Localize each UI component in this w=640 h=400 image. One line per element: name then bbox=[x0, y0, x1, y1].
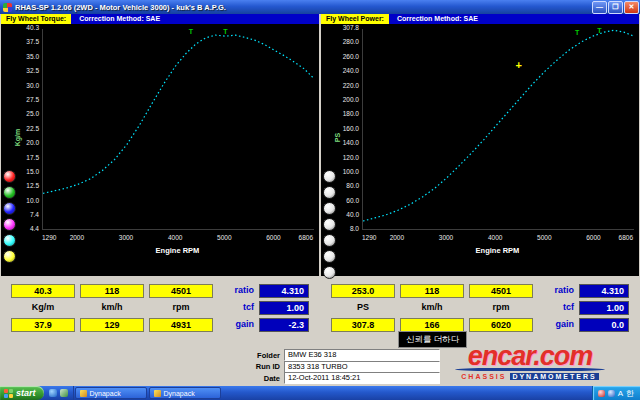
peak-marker-icon: T bbox=[575, 29, 579, 36]
y-tick-label: 220.0 bbox=[343, 83, 359, 90]
date-field[interactable]: 12-Oct-2011 18:45:21 bbox=[284, 372, 440, 384]
y-tick-label: 12.5 bbox=[26, 183, 39, 190]
channel-button[interactable] bbox=[3, 234, 16, 247]
torque-rpm-value: 4501 bbox=[149, 284, 213, 298]
maximize-button-icon[interactable]: ❐ bbox=[608, 1, 623, 14]
power-rpm-value: 4501 bbox=[469, 284, 533, 298]
channel-button[interactable] bbox=[323, 234, 336, 247]
tcf-label: tcf bbox=[218, 301, 254, 315]
power-plot-area[interactable]: TT+ bbox=[362, 29, 634, 230]
y-tick-label: 25.0 bbox=[26, 111, 39, 118]
y-tick-label: 15.0 bbox=[26, 169, 39, 176]
minimize-button-icon[interactable]: — bbox=[592, 1, 607, 14]
tcf-value: 1.00 bbox=[579, 301, 629, 315]
y-tick-label: 240.0 bbox=[343, 68, 359, 75]
x-tick-label: 3000 bbox=[119, 234, 133, 241]
channel-button[interactable] bbox=[323, 250, 336, 263]
power-y-tick-labels: 307.8280.0260.0240.0220.0200.0180.0160.0… bbox=[335, 25, 359, 233]
torque-raw-rpm: 4931 bbox=[149, 318, 213, 332]
y-tick-label: 80.0 bbox=[346, 183, 359, 190]
start-button[interactable]: start bbox=[0, 386, 44, 400]
power-speed-value: 118 bbox=[400, 284, 464, 298]
x-tick-label: 1290 bbox=[362, 234, 376, 241]
y-tick-label: 20.0 bbox=[26, 140, 39, 147]
power-readouts: 253.0 118 4501 ratio 4.310 PS km/h rpm t… bbox=[321, 280, 639, 348]
torque-header-label: Fly Wheel Torque: bbox=[1, 14, 71, 24]
torque-x-tick-labels: 1290200030004000500060006806 bbox=[42, 234, 313, 243]
window-title: RHAS-SP 1.2.06 (2WD - Motor Vehicle 3000… bbox=[15, 3, 592, 12]
y-tick-label: 260.0 bbox=[343, 54, 359, 61]
channel-button[interactable] bbox=[323, 266, 336, 279]
internet-explorer-icon[interactable] bbox=[49, 389, 57, 397]
power-correction-label: Correction Method: SAE bbox=[389, 14, 639, 24]
torque-readouts: 40.3 118 4501 ratio 4.310 Kg/m km/h rpm … bbox=[1, 280, 319, 348]
torque-peak-value: 40.3 bbox=[11, 284, 75, 298]
title-bar[interactable]: RHAS-SP 1.2.06 (2WD - Motor Vehicle 3000… bbox=[0, 0, 640, 14]
quick-launch bbox=[44, 386, 74, 400]
torque-unit-label: Kg/m bbox=[11, 301, 75, 315]
torque-x-axis-title: Engine RPM bbox=[42, 246, 313, 255]
power-panel: Fly Wheel Power: Correction Method: SAE … bbox=[321, 14, 639, 348]
taskbar: start Dynapack Dynapack A 한 bbox=[0, 386, 640, 400]
gain-label: gain bbox=[538, 318, 574, 332]
app-icon bbox=[3, 3, 12, 12]
power-peak-speed: 166 bbox=[400, 318, 464, 332]
run-info: Folder BMW E36 318 Run ID 8353 318 TURBO… bbox=[240, 350, 440, 385]
x-tick-label: 4000 bbox=[168, 234, 182, 241]
y-tick-label: 35.0 bbox=[26, 54, 39, 61]
x-tick-label: 2000 bbox=[390, 234, 404, 241]
tray-status-icon[interactable] bbox=[598, 390, 605, 397]
y-tick-label: 37.5 bbox=[26, 39, 39, 46]
rpm-unit-label: rpm bbox=[469, 301, 533, 315]
taskbar-window-dynapack-2[interactable]: Dynapack bbox=[149, 387, 221, 399]
y-tick-label: 22.5 bbox=[26, 126, 39, 133]
crosshair-cursor-icon: + bbox=[516, 60, 522, 72]
peak-marker-icon: T bbox=[223, 27, 227, 34]
ratio-value: 4.310 bbox=[579, 284, 629, 298]
close-button-icon[interactable]: ✕ bbox=[624, 1, 639, 14]
torque-raw-speed: 129 bbox=[80, 318, 144, 332]
ime-korean-indicator[interactable]: 한 bbox=[626, 388, 634, 399]
power-peak-value: 307.8 bbox=[331, 318, 395, 332]
torque-correction-label: Correction Method: SAE bbox=[71, 14, 319, 24]
system-tray[interactable]: A 한 bbox=[592, 386, 640, 400]
tray-volume-icon[interactable] bbox=[608, 390, 615, 397]
torque-chart-region: Kg/m 40.337.535.032.530.027.525.022.520.… bbox=[1, 24, 319, 276]
tcf-label: tcf bbox=[538, 301, 574, 315]
runid-field[interactable]: 8353 318 TURBO bbox=[284, 361, 440, 373]
ratio-label: ratio bbox=[218, 284, 254, 298]
power-cursor-value: 253.0 bbox=[331, 284, 395, 298]
y-tick-label: 280.0 bbox=[343, 39, 359, 46]
speed-unit-label: km/h bbox=[80, 301, 144, 315]
ime-latin-indicator[interactable]: A bbox=[618, 389, 623, 398]
y-tick-label: 27.5 bbox=[26, 97, 39, 104]
brand-tagline: CHASSIS DYNAMOMETERS bbox=[424, 373, 636, 380]
show-desktop-icon[interactable] bbox=[60, 389, 68, 397]
y-tick-label: 40.0 bbox=[346, 212, 359, 219]
app-window: RHAS-SP 1.2.06 (2WD - Motor Vehicle 3000… bbox=[0, 0, 640, 400]
y-tick-label: 4.4 bbox=[30, 226, 39, 233]
y-tick-label: 100.0 bbox=[343, 169, 359, 176]
y-tick-label: 8.0 bbox=[350, 226, 359, 233]
folder-field[interactable]: BMW E36 318 bbox=[284, 349, 440, 361]
runid-label: Run ID bbox=[240, 362, 280, 371]
x-tick-label: 3000 bbox=[439, 234, 453, 241]
y-tick-label: 30.0 bbox=[26, 83, 39, 90]
x-tick-label: 1290 bbox=[42, 234, 56, 241]
power-panel-header: Fly Wheel Power: Correction Method: SAE bbox=[321, 14, 639, 24]
y-tick-label: 120.0 bbox=[343, 155, 359, 162]
torque-panel: Fly Wheel Torque: Correction Method: SAE… bbox=[1, 14, 319, 348]
power-header-label: Fly Wheel Power: bbox=[321, 14, 389, 24]
x-tick-label: 2000 bbox=[70, 234, 84, 241]
y-tick-label: 17.5 bbox=[26, 155, 39, 162]
x-tick-label: 5000 bbox=[537, 234, 551, 241]
torque-raw-value: 37.9 bbox=[11, 318, 75, 332]
channel-button[interactable] bbox=[3, 250, 16, 263]
taskbar-window-dynapack-1[interactable]: Dynapack bbox=[75, 387, 147, 399]
torque-plot-area[interactable]: TT bbox=[42, 29, 314, 230]
speed-unit-label: km/h bbox=[400, 301, 464, 315]
y-tick-label: 160.0 bbox=[343, 126, 359, 133]
x-tick-label: 6806 bbox=[299, 234, 313, 241]
x-tick-label: 5000 bbox=[217, 234, 231, 241]
x-tick-label: 4000 bbox=[488, 234, 502, 241]
